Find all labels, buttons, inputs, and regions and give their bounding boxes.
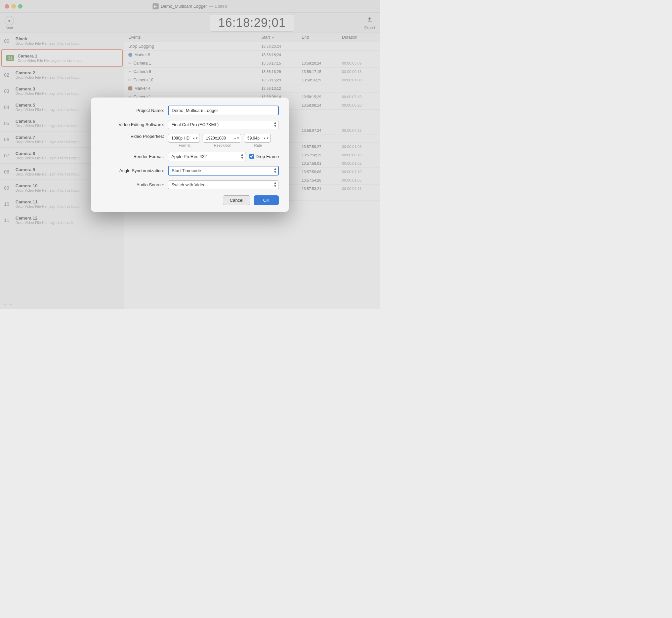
drop-frame-label: Drop Frame: [256, 154, 279, 159]
project-name-row: Project Name:: [101, 106, 279, 115]
video-props-row: Video Properties: 1080p HD ▲▼ 1920x1080 …: [101, 134, 279, 147]
video-editing-label: Video Editing Software:: [101, 122, 168, 127]
angle-sync-label: Angle Synchronization:: [101, 168, 168, 173]
resolution-wrapper: 1920x1080 ▲▼: [203, 134, 241, 143]
project-name-control: [168, 106, 279, 115]
audio-source-select[interactable]: Switch with Video: [168, 180, 279, 189]
dialog-buttons: Cancel OK: [101, 195, 279, 205]
format-wrapper: 1080p HD ▲▼: [168, 134, 200, 143]
format-label: Format: [169, 143, 201, 147]
render-format-right: Apple ProRes 422 ▲▼ Drop Frame: [168, 152, 279, 161]
project-name-label: Project Name:: [101, 108, 168, 113]
resolution-label: Resolution: [203, 143, 242, 147]
render-format-row: Render Format: Apple ProRes 422 ▲▼ Drop …: [101, 152, 279, 161]
ok-button[interactable]: OK: [254, 195, 279, 205]
video-props-controls: 1080p HD ▲▼ 1920x1080 ▲▼ 59.94p: [168, 134, 271, 147]
rate-select[interactable]: 59.94p: [244, 134, 271, 143]
angle-sync-row: Angle Synchronization: Start Timecode ▲▼: [101, 166, 279, 176]
settings-dialog: Project Name: Video Editing Software: Fi…: [91, 98, 289, 212]
cancel-button[interactable]: Cancel: [223, 195, 250, 205]
render-format-select[interactable]: Apple ProRes 422: [168, 152, 246, 161]
angle-sync-select[interactable]: Start Timecode: [168, 166, 279, 176]
resolution-select[interactable]: 1920x1080: [203, 134, 241, 143]
audio-source-row: Audio Source: Switch with Video ▲▼: [101, 180, 279, 189]
audio-source-wrapper: Switch with Video ▲▼: [168, 180, 279, 189]
video-props-labels: Format Resolution Rate: [168, 143, 271, 147]
modal-overlay: Project Name: Video Editing Software: Fi…: [0, 0, 380, 309]
render-format-wrapper: Apple ProRes 422 ▲▼: [168, 152, 246, 161]
video-editing-control: Final Cut Pro (FCPXML) ▲▼: [168, 120, 279, 129]
video-props-inputs: 1080p HD ▲▼ 1920x1080 ▲▼ 59.94p: [168, 134, 271, 143]
drop-frame-checkbox-label[interactable]: Drop Frame: [249, 154, 279, 159]
drop-frame-checkbox[interactable]: [249, 154, 254, 159]
rate-wrapper: 59.94p ▲▼: [244, 134, 271, 143]
project-name-input[interactable]: [168, 106, 279, 115]
rate-label: Rate: [245, 143, 271, 147]
angle-sync-control: Start Timecode ▲▼: [168, 166, 279, 176]
video-editing-select[interactable]: Final Cut Pro (FCPXML): [168, 120, 279, 129]
video-editing-row: Video Editing Software: Final Cut Pro (F…: [101, 120, 279, 129]
angle-sync-wrapper: Start Timecode ▲▼: [168, 166, 279, 176]
video-editing-wrapper: Final Cut Pro (FCPXML) ▲▼: [168, 120, 279, 129]
audio-source-control: Switch with Video ▲▼: [168, 180, 279, 189]
video-props-label: Video Properties:: [101, 134, 168, 139]
render-format-label: Render Format:: [101, 154, 168, 159]
format-select[interactable]: 1080p HD: [168, 134, 200, 143]
audio-source-label: Audio Source:: [101, 182, 168, 187]
